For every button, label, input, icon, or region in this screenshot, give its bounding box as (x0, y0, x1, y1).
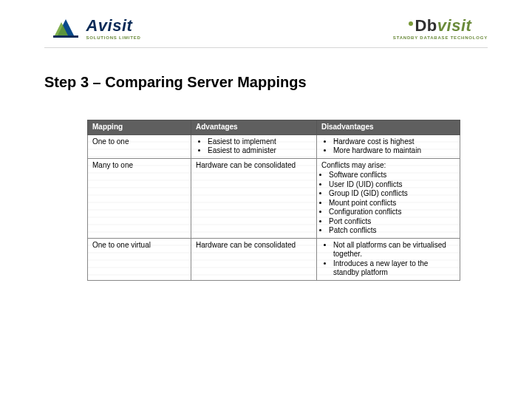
table-row: One to one virtual Hardware can be conso… (88, 238, 460, 280)
slide-title: Step 3 – Comparing Server Mappings (44, 74, 307, 91)
cell-advantages: Hardware can be consolidated (191, 238, 317, 280)
table-header-row: Mapping Advantages Disadvantages (88, 120, 460, 135)
svg-rect-2 (53, 35, 78, 38)
list-item: Configuration conflicts (329, 208, 455, 217)
list-item: User ID (UID) conflicts (329, 180, 455, 190)
dbvisit-logo: Dbvisit STANDBY DATABASE TECHNOLOGY (393, 18, 488, 40)
avisit-sub: SOLUTIONS LIMITED (86, 35, 140, 40)
cell-advantages: Easiest to implement Easiest to administ… (191, 134, 317, 158)
avisit-brand: Avisit (86, 18, 140, 34)
list-item: Not all platforms can be virtualised tog… (333, 241, 455, 259)
table-row: Many to one Hardware can be consolidated… (88, 158, 460, 238)
th-mapping: Mapping (88, 120, 191, 135)
disadv-lead: Conflicts may arise: (321, 161, 455, 171)
th-advantages: Advantages (191, 120, 317, 135)
list-item: Easiest to implement (208, 137, 312, 147)
cell-disadvantages: Hardware cost is highest More hardware t… (317, 134, 460, 158)
comparison-table-wrap: Mapping Advantages Disadvantages One to … (87, 120, 460, 281)
dbvisit-brand-db: Db (415, 16, 437, 35)
header: Avisit SOLUTIONS LIMITED Dbvisit STANDBY… (0, 13, 532, 49)
cell-disadvantages: Not all platforms can be virtualised tog… (317, 238, 460, 280)
list-item: Easiest to administer (208, 146, 312, 156)
avisit-logo: Avisit SOLUTIONS LIMITED (53, 16, 141, 41)
dbvisit-sub: STANDBY DATABASE TECHNOLOGY (393, 35, 488, 40)
slide: Avisit SOLUTIONS LIMITED Dbvisit STANDBY… (0, 0, 532, 399)
cell-mapping: One to one (88, 134, 191, 158)
list-item: Introduces a new layer to the standby pl… (333, 259, 455, 278)
cell-mapping: Many to one (88, 158, 191, 238)
list-item: Patch conflicts (329, 226, 455, 236)
list-item: Port conflicts (329, 217, 455, 227)
dbvisit-brand-visit: visit (437, 16, 472, 35)
list-item: Hardware cost is highest (333, 137, 455, 147)
dbvisit-dot-icon (409, 21, 413, 26)
header-divider (44, 47, 488, 48)
avisit-mark-icon (53, 16, 78, 41)
th-disadvantages: Disadvantages (317, 120, 460, 135)
list-item: Mount point conflicts (329, 199, 455, 208)
list-item: Group ID (GID) conflicts (329, 189, 455, 199)
table-row: One to one Easiest to implement Easiest … (88, 134, 460, 158)
cell-advantages: Hardware can be consolidated (191, 158, 317, 238)
cell-disadvantages: Conflicts may arise: Software conflicts … (317, 158, 460, 238)
comparison-table: Mapping Advantages Disadvantages One to … (87, 120, 460, 281)
list-item: More hardware to maintain (333, 146, 455, 156)
list-item: Software conflicts (329, 171, 455, 180)
cell-mapping: One to one virtual (88, 238, 191, 280)
